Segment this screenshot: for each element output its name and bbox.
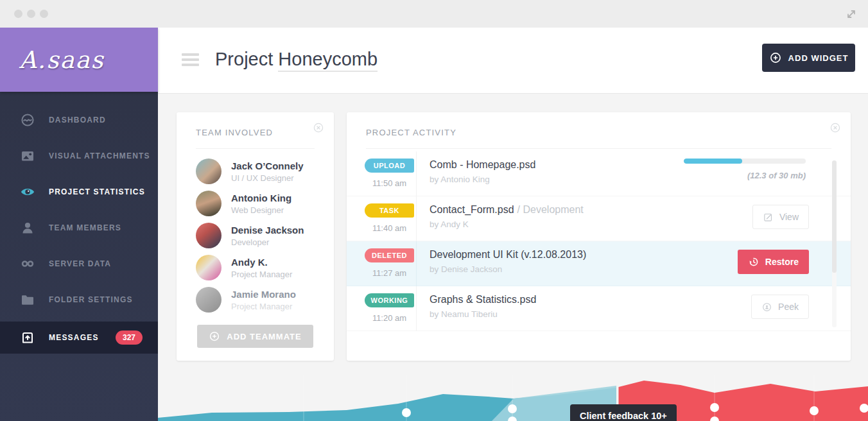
upload-size-label: (12.3 of 30 mb) xyxy=(684,171,806,180)
restore-button-label: Restore xyxy=(765,257,799,267)
activity-time: 11:27 am xyxy=(365,268,414,278)
widget-title: TEAM INVOLVED xyxy=(177,112,334,137)
scrollbar[interactable] xyxy=(832,160,837,327)
avatar xyxy=(196,287,221,313)
eye-icon xyxy=(20,184,35,200)
window-dot[interactable] xyxy=(27,10,35,18)
sidebar-nav: DASHBOARD VISUAL ATTACHMENTS PROJECT xyxy=(0,92,158,354)
activity-title: Contact_Form.psd xyxy=(430,204,514,215)
activity-author: by Antonio King xyxy=(430,175,535,184)
member-role: UI / UX Designer xyxy=(231,173,304,183)
dashboard-icon xyxy=(20,112,35,128)
restore-button[interactable]: Restore xyxy=(738,250,809,274)
status-badge: TASK xyxy=(365,203,414,218)
edit-icon xyxy=(763,212,774,223)
sidebar: A.saas DASHBOARD VISUAL ATTACHMENTS xyxy=(0,28,158,421)
avatar xyxy=(196,255,221,280)
window-dot[interactable] xyxy=(40,10,48,18)
statistics-area-chart[interactable]: Client feedback 10+ xyxy=(158,370,868,421)
sidebar-item-server-data[interactable]: SERVER DATA xyxy=(0,246,158,282)
activity-row-task: TASK 11:40 am Contact_Form.psd/ Developm… xyxy=(347,196,851,241)
progress-track xyxy=(684,159,806,164)
add-widget-label: ADD WIDGET xyxy=(788,53,849,63)
member-name: Jamie Morano xyxy=(231,289,296,300)
avatar xyxy=(196,159,221,184)
activity-author: by Andy K xyxy=(430,219,584,229)
person-icon xyxy=(20,220,35,236)
member-name: Antonio King xyxy=(231,193,291,203)
team-member-list: Jack O’Connely UI / UX Designer Antonio … xyxy=(177,149,334,316)
avatar xyxy=(196,191,221,216)
restore-icon xyxy=(748,256,759,268)
team-involved-widget: TEAM INVOLVED Jack O’Connely UI / UX Des… xyxy=(177,112,334,361)
activity-time: 11:50 am xyxy=(365,178,414,188)
scrollbar-thumb[interactable] xyxy=(832,160,837,273)
sidebar-item-label: VISUAL ATTACHMENTS xyxy=(49,151,150,160)
sidebar-item-label: SERVER DATA xyxy=(49,259,111,268)
status-badge: WORKING xyxy=(365,293,414,307)
member-role: Project Manager xyxy=(231,270,292,279)
team-member-row: Denise Jackson Developer xyxy=(177,219,334,252)
add-teammate-button[interactable]: ADD TEAMMATE xyxy=(197,325,313,348)
activity-row-deleted: DELETED 11:27 am Development UI Kit (v.1… xyxy=(347,241,851,286)
team-member-row: Antonio King Web Designer xyxy=(177,187,334,219)
progress-fill xyxy=(684,159,742,164)
chart-tooltip: Client feedback 10+ xyxy=(570,404,677,421)
activity-row-upload: UPLOAD 11:50 am Comb - Homepage.psd by A… xyxy=(347,151,851,196)
resize-diagonal-icon[interactable] xyxy=(844,6,859,22)
sidebar-item-project-statistics[interactable]: PROJECT STATISTICS xyxy=(0,174,158,210)
brand-logo-text: A.saas xyxy=(19,46,105,74)
content-area: TEAM INVOLVED Jack O’Connely UI / UX Des… xyxy=(158,93,868,421)
status-badge: UPLOAD xyxy=(365,159,414,173)
window-titlebar xyxy=(0,0,868,28)
member-name: Andy K. xyxy=(231,257,292,268)
page-title: Project Honeycomb xyxy=(215,49,378,70)
view-button[interactable]: View xyxy=(752,205,809,229)
member-role: Web Designer xyxy=(231,205,291,215)
member-name: Jack O’Connely xyxy=(231,160,304,171)
sidebar-item-label: TEAM MEMBERS xyxy=(49,223,121,232)
plus-circle-icon xyxy=(209,331,220,342)
window-dot[interactable] xyxy=(14,10,22,18)
page-title-prefix: Project xyxy=(215,49,273,69)
infinity-icon xyxy=(20,256,35,271)
sidebar-item-dashboard[interactable]: DASHBOARD xyxy=(0,102,158,138)
activity-time: 11:20 am xyxy=(365,313,414,323)
peek-icon xyxy=(761,302,772,313)
activity-time: 11:40 am xyxy=(365,223,414,233)
widget-title: PROJECT ACTIVITY xyxy=(347,112,851,137)
hamburger-menu-icon[interactable] xyxy=(182,53,199,69)
activity-row-list: UPLOAD 11:50 am Comb - Homepage.psd by A… xyxy=(347,151,851,331)
sidebar-item-label: PROJECT STATISTICS xyxy=(49,187,145,196)
member-role: Project Manager xyxy=(231,302,296,311)
sidebar-item-team-members[interactable]: TEAM MEMBERS xyxy=(0,210,158,246)
close-icon[interactable] xyxy=(829,122,841,133)
view-button-label: View xyxy=(779,212,799,222)
team-member-row: Jack O’Connely UI / UX Designer xyxy=(177,155,334,187)
peek-button-label: Peek xyxy=(778,302,799,312)
mail-icon xyxy=(20,330,35,345)
divider xyxy=(366,148,831,149)
add-widget-button[interactable]: ADD WIDGET xyxy=(762,44,855,72)
sidebar-item-folder-settings[interactable]: FOLDER SETTINGS xyxy=(0,282,158,318)
sidebar-item-visual-attachments[interactable]: VISUAL ATTACHMENTS xyxy=(0,138,158,174)
activity-author: by Neamu Tiberiu xyxy=(430,309,536,319)
member-name: Denise Jackson xyxy=(231,225,304,236)
team-member-row: Jamie Morano Project Manager xyxy=(177,284,334,316)
activity-title: Graphs & Statistics.psd xyxy=(430,294,536,305)
folder-icon xyxy=(20,292,35,307)
activity-row-working: WORKING 11:20 am Graphs & Statistics.psd… xyxy=(347,286,851,331)
sidebar-item-messages[interactable]: MESSAGES 327 xyxy=(0,322,158,354)
activity-title: Comb - Homepage.psd xyxy=(430,159,535,171)
upload-progress: (12.3 of 30 mb) xyxy=(684,159,806,180)
add-teammate-label: ADD TEAMMATE xyxy=(227,332,301,341)
activity-title: Development UI Kit (v.12.08.2013) xyxy=(430,249,586,261)
activity-title-suffix: / Development xyxy=(517,204,584,215)
peek-button[interactable]: Peek xyxy=(751,295,809,319)
plus-circle-icon xyxy=(769,51,782,64)
close-icon[interactable] xyxy=(313,122,324,133)
team-member-row: Andy K. Project Manager xyxy=(177,252,334,284)
sidebar-item-label: DASHBOARD xyxy=(49,116,106,125)
sidebar-item-label: FOLDER SETTINGS xyxy=(49,295,133,304)
status-badge: DELETED xyxy=(365,248,414,262)
